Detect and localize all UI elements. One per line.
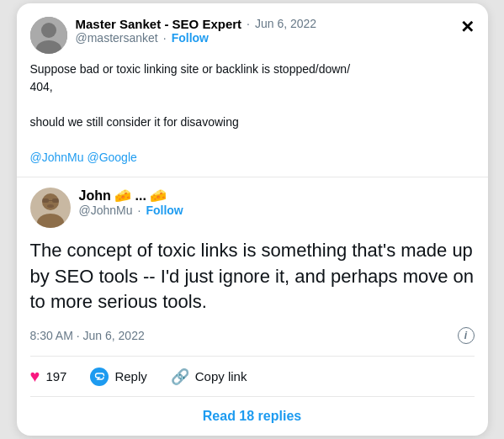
svg-rect-7 bbox=[52, 198, 59, 203]
main-tweet-body: The concept of toxic links is something … bbox=[30, 238, 475, 315]
like-action[interactable]: ♥ 197 bbox=[30, 367, 67, 386]
actions-row: ♥ 197 Reply 🔗 Copy link bbox=[30, 356, 475, 397]
mention-johnmu[interactable]: @JohnMu bbox=[30, 151, 84, 164]
main-tweet-header: John 🧀 ... 🧀 @JohnMu · Follow bbox=[30, 188, 475, 228]
quoted-tweet-header-left: Master Sanket - SEO Expert · Jun 6, 2022… bbox=[30, 17, 317, 54]
main-tweet-follow-button[interactable]: Follow bbox=[146, 204, 183, 217]
tweet-timestamp: 8:30 AM · Jun 6, 2022 bbox=[30, 329, 145, 342]
copy-link-label: Copy link bbox=[195, 369, 247, 383]
main-tweet-user-info: John 🧀 ... 🧀 @JohnMu · Follow bbox=[79, 188, 183, 217]
quoted-tweet-body: Suppose bad or toxic linking site or bac… bbox=[30, 61, 475, 167]
separator2: · bbox=[163, 31, 167, 45]
sep3: · bbox=[138, 204, 141, 217]
quoted-tweet-name-row: Master Sanket - SEO Expert · Jun 6, 2022 bbox=[76, 17, 317, 31]
quoted-tweet: Master Sanket - SEO Expert · Jun 6, 2022… bbox=[17, 3, 488, 177]
x-logo[interactable]: ✕ bbox=[460, 17, 475, 37]
quoted-tweet-handle-row: @mastersanket · Follow bbox=[76, 31, 317, 45]
main-avatar-svg bbox=[30, 188, 71, 228]
tweet-card: Master Sanket - SEO Expert · Jun 6, 2022… bbox=[17, 3, 488, 436]
reply-action[interactable]: Reply bbox=[90, 368, 146, 386]
reply-label: Reply bbox=[114, 369, 146, 383]
main-tweet-handle-row: @JohnMu · Follow bbox=[79, 204, 183, 217]
info-icon[interactable]: i bbox=[458, 327, 475, 344]
link-icon: 🔗 bbox=[171, 368, 189, 386]
copy-link-action[interactable]: 🔗 Copy link bbox=[171, 368, 247, 386]
heart-icon: ♥ bbox=[30, 367, 40, 386]
quoted-tweet-user-info: Master Sanket - SEO Expert · Jun 6, 2022… bbox=[76, 17, 317, 45]
svg-rect-6 bbox=[42, 198, 49, 203]
quoted-tweet-handle: @mastersanket bbox=[76, 31, 158, 45]
tweet-meta: 8:30 AM · Jun 6, 2022 i bbox=[30, 327, 475, 344]
main-tweet-handle: @JohnMu bbox=[79, 204, 133, 217]
svg-point-9 bbox=[47, 204, 54, 208]
read-replies-button[interactable]: Read 18 replies bbox=[30, 397, 475, 436]
reply-icon-circle bbox=[90, 368, 109, 386]
main-tweet-avatar bbox=[30, 188, 71, 228]
reply-svg-icon bbox=[94, 371, 105, 382]
quoted-tweet-date: Jun 6, 2022 bbox=[255, 17, 316, 30]
quoted-tweet-username: Master Sanket - SEO Expert bbox=[76, 17, 242, 31]
likes-count: 197 bbox=[45, 369, 66, 383]
separator: · bbox=[247, 17, 250, 30]
quoted-tweet-follow-button[interactable]: Follow bbox=[172, 31, 209, 45]
mention-google[interactable]: @Google bbox=[87, 151, 136, 164]
main-tweet-section: John 🧀 ... 🧀 @JohnMu · Follow The concep… bbox=[17, 177, 488, 436]
svg-point-1 bbox=[41, 23, 56, 38]
quoted-tweet-avatar bbox=[30, 17, 67, 54]
quoted-tweet-header: Master Sanket - SEO Expert · Jun 6, 2022… bbox=[30, 17, 475, 54]
main-tweet-username: John 🧀 ... 🧀 bbox=[79, 188, 183, 204]
avatar-svg bbox=[30, 17, 67, 54]
